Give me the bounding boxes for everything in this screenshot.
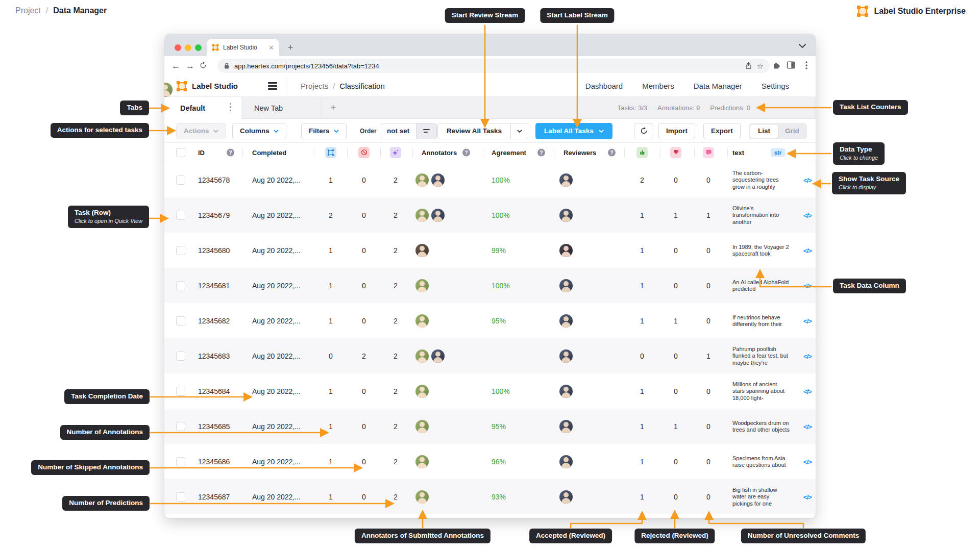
table-row[interactable]: 12345680 Aug 20 2022,... 1 0 2 99% 1 0 0… <box>164 233 816 268</box>
table-row[interactable]: 12345683 Aug 20 2022,... 0 2 2 0 0 1 Pah… <box>164 338 816 373</box>
completed-date-cell: Aug 20 2022,... <box>252 246 301 255</box>
accepted-column-icon[interactable] <box>636 147 648 158</box>
id-help-icon[interactable]: ? <box>227 148 234 156</box>
label-all-tasks-button[interactable]: Label All Tasks <box>535 123 612 139</box>
table-row[interactable]: 12345678 Aug 20 2022,... 1 0 2 100% 2 0 … <box>164 162 816 197</box>
table-row[interactable]: 12345679 Aug 20 2022,... 2 0 2 100% 1 1 … <box>164 197 816 233</box>
app-header: Label Studio Projects / Classification D… <box>164 76 816 97</box>
browser-tab[interactable]: Label Studio ✕ <box>207 39 279 56</box>
window-zoom-button[interactable] <box>195 44 202 51</box>
tab-options-kebab-icon[interactable] <box>230 103 231 111</box>
agreement-cell: 99% <box>492 246 506 255</box>
col-reviewers[interactable]: Reviewers <box>564 148 596 156</box>
table-row[interactable]: 12345687 Aug 20 2022,... 1 0 2 93% 1 0 0… <box>164 479 816 514</box>
table-row[interactable]: 12345686 Aug 20 2022,... 1 0 2 96% 1 0 0… <box>164 444 816 479</box>
nav-dashboard[interactable]: Dashboard <box>585 82 623 90</box>
task-source-icon[interactable]: </> <box>799 211 816 219</box>
skipped-column-icon[interactable] <box>358 147 370 158</box>
task-source-icon[interactable]: </> <box>799 282 816 289</box>
breadcrumb-project[interactable]: Project <box>15 6 41 15</box>
reviewers-cell <box>559 490 573 504</box>
side-panel-icon[interactable] <box>787 61 795 69</box>
annotations-column-icon[interactable] <box>325 147 336 158</box>
task-source-icon[interactable]: </> <box>799 352 816 360</box>
address-bar[interactable]: app.heartex.com/projects/123456/data?tab… <box>217 59 770 73</box>
sort-order-icon[interactable] <box>416 123 436 139</box>
predictions-column-icon[interactable] <box>390 147 401 158</box>
annotators-help-icon[interactable]: ? <box>462 148 470 156</box>
app-brand[interactable]: Label Studio <box>176 81 238 92</box>
nav-settings[interactable]: Settings <box>762 82 789 90</box>
row-checkbox[interactable] <box>176 457 185 466</box>
crumb-projects[interactable]: Projects <box>301 82 328 90</box>
tab-close-icon[interactable]: ✕ <box>268 44 274 52</box>
forward-icon[interactable]: → <box>186 62 194 70</box>
task-id-cell: 12345687 <box>198 493 230 501</box>
table-row[interactable]: 12345684 Aug 20 2022,... 1 0 2 100% 1 0 … <box>164 373 816 409</box>
browser-menu-kebab-icon[interactable] <box>805 61 807 69</box>
table-row[interactable]: 12345682 Aug 20 2022,... 1 0 2 95% 1 1 0… <box>164 303 816 338</box>
col-agreement[interactable]: Agreement <box>492 148 526 156</box>
window-minimize-button[interactable] <box>185 44 191 51</box>
row-checkbox[interactable] <box>176 387 185 396</box>
col-completed[interactable]: Completed <box>252 148 286 156</box>
actions-button[interactable]: Actions <box>176 123 226 139</box>
col-id[interactable]: ID <box>198 148 205 156</box>
window-close-button[interactable] <box>175 44 181 51</box>
label-options-chevron-icon[interactable] <box>599 130 604 133</box>
row-checkbox[interactable] <box>176 316 185 325</box>
row-checkbox[interactable] <box>176 422 185 431</box>
reload-icon[interactable] <box>199 61 207 71</box>
add-tab-icon[interactable]: + <box>330 102 336 114</box>
new-tab-button[interactable]: + <box>283 39 298 56</box>
data-type-badge[interactable]: str <box>771 148 785 157</box>
columns-button[interactable]: Columns <box>232 123 286 139</box>
task-source-icon[interactable]: </> <box>799 422 816 430</box>
view-grid-button[interactable]: Grid <box>778 127 806 135</box>
export-button[interactable]: Export <box>703 123 741 139</box>
task-source-icon[interactable]: </> <box>799 493 816 500</box>
user-avatar[interactable] <box>164 83 173 97</box>
import-button[interactable]: Import <box>658 123 695 139</box>
table-row[interactable]: 12345685 Aug 20 2022,... 1 0 2 95% 1 1 0… <box>164 409 816 444</box>
tab-new-tab[interactable]: New Tab <box>241 97 322 119</box>
task-source-icon[interactable]: </> <box>799 387 816 395</box>
task-source-icon[interactable]: </> <box>799 317 816 324</box>
filters-button[interactable]: Filters <box>301 123 347 139</box>
row-checkbox[interactable] <box>176 176 185 185</box>
row-checkbox[interactable] <box>176 246 185 255</box>
view-list-button[interactable]: List <box>750 124 778 138</box>
agreement-help-icon[interactable]: ? <box>537 148 545 156</box>
col-text[interactable]: text <box>732 148 744 156</box>
task-source-icon[interactable]: </> <box>799 246 816 254</box>
row-checkbox[interactable] <box>176 352 185 361</box>
select-all-checkbox[interactable] <box>176 148 185 157</box>
hamburger-menu-icon[interactable] <box>268 82 277 89</box>
extensions-puzzle-icon[interactable] <box>772 61 781 69</box>
row-checkbox[interactable] <box>176 492 185 502</box>
nav-data-manager[interactable]: Data Manager <box>694 82 742 90</box>
table-row[interactable]: 12345681 Aug 20 2022,... 1 0 2 100% 1 0 … <box>164 268 816 303</box>
back-icon[interactable]: ← <box>172 62 180 70</box>
row-checkbox[interactable] <box>176 281 185 290</box>
callout-data-type: Data TypeClick to change <box>833 142 885 165</box>
annotators-cell <box>415 455 429 468</box>
tab-search-chevron-icon[interactable] <box>798 41 806 51</box>
reviewers-help-icon[interactable]: ? <box>608 148 616 156</box>
callout-num-predictions: Number of Predictions <box>62 496 150 511</box>
comments-column-icon[interactable] <box>703 147 714 158</box>
col-annotators[interactable]: Annotators <box>422 148 457 156</box>
toolbar: Actions Columns Filters Order not set Re… <box>164 119 816 143</box>
nav-members[interactable]: Members <box>642 82 674 90</box>
task-source-icon[interactable]: </> <box>799 458 816 465</box>
row-checkbox[interactable] <box>176 211 185 220</box>
callout-task-row: Task (Row)Click to open in Quick View <box>68 206 149 228</box>
share-icon[interactable] <box>745 62 752 70</box>
rejected-column-icon[interactable] <box>670 147 681 158</box>
review-all-tasks-button[interactable]: Review All Tasks <box>437 123 528 139</box>
refresh-button[interactable] <box>634 123 653 139</box>
order-control[interactable]: not set <box>380 123 437 139</box>
bookmark-star-icon[interactable]: ☆ <box>757 62 764 70</box>
review-options-chevron-icon[interactable] <box>510 123 528 139</box>
task-source-icon[interactable]: </> <box>799 176 816 184</box>
